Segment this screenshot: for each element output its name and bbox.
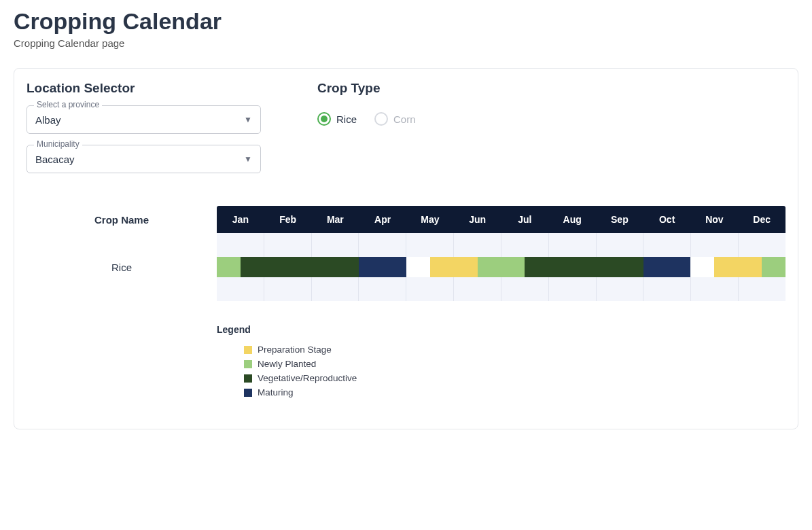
legend-item-prep: Preparation Stage xyxy=(244,344,785,355)
calendar-segment-planted xyxy=(478,257,525,277)
radio-label: Corn xyxy=(393,113,416,125)
month-header-cell: Apr xyxy=(359,206,406,233)
cropping-calendar-chart: Crop Name Rice JanFebMarAprMayJunJulAugS… xyxy=(27,206,785,301)
calendar-lane xyxy=(217,257,785,277)
month-header-cell: Nov xyxy=(691,206,739,233)
month-header-cell: Mar xyxy=(312,206,359,233)
legend-title: Legend xyxy=(217,324,785,335)
municipality-select[interactable]: Municipality Bacacay ▼ xyxy=(27,145,261,173)
crop-type-radio-corn: Corn xyxy=(374,112,416,126)
crop-type-heading: Crop Type xyxy=(317,81,785,96)
chevron-down-icon: ▼ xyxy=(244,115,252,124)
chevron-down-icon: ▼ xyxy=(244,154,252,164)
calendar-segment-planted xyxy=(762,257,785,277)
month-header-cell: Jan xyxy=(217,206,264,233)
calendar-segment-mature xyxy=(359,257,406,277)
page-subtitle: Cropping Calendar page xyxy=(14,37,798,49)
municipality-select-label: Municipality xyxy=(34,139,82,149)
municipality-select-value: Bacacay xyxy=(35,154,244,165)
calendar-segment-mature xyxy=(643,257,691,277)
province-select[interactable]: Select a province Albay ▼ xyxy=(27,105,261,134)
legend-label: Maturing xyxy=(258,387,294,398)
location-selector-heading: Location Selector xyxy=(27,81,285,96)
month-header-cell: May xyxy=(406,206,454,233)
month-header-cell: Jun xyxy=(454,206,501,233)
calendar-segment-prep xyxy=(714,257,762,277)
crop-name-column-header: Crop Name xyxy=(27,206,217,233)
province-select-value: Albay xyxy=(35,114,244,126)
month-header-cell: Oct xyxy=(643,206,691,233)
legend-label: Vegetative/Reproductive xyxy=(258,373,357,383)
calendar-segment-planted xyxy=(217,257,241,277)
month-header-cell: Jul xyxy=(501,206,549,233)
month-header-cell: Sep xyxy=(596,206,643,233)
calendar-segment-prep xyxy=(430,257,478,277)
province-select-label: Select a province xyxy=(34,100,102,109)
radio-icon xyxy=(374,112,388,126)
crop-type-radio-rice[interactable]: Rice xyxy=(317,112,357,126)
radio-label: Rice xyxy=(336,113,357,125)
main-card: Location Selector Select a province Alba… xyxy=(14,68,798,429)
legend-item-mature: Maturing xyxy=(244,387,785,398)
month-header-cell: Feb xyxy=(264,206,312,233)
legend-swatch-icon xyxy=(244,360,252,368)
radio-icon xyxy=(317,112,331,126)
legend-item-planted: Newly Planted xyxy=(244,359,785,369)
legend-swatch-icon xyxy=(244,374,252,383)
legend-swatch-icon xyxy=(244,346,252,354)
calendar-segment-veg xyxy=(525,257,643,277)
crop-row-name: Rice xyxy=(27,233,217,301)
legend-item-veg: Vegetative/Reproductive xyxy=(244,373,785,383)
legend-label: Preparation Stage xyxy=(258,344,332,355)
month-header-cell: Aug xyxy=(548,206,596,233)
legend-label: Newly Planted xyxy=(258,359,316,369)
page-title: Cropping Calendar xyxy=(14,8,798,35)
calendar-segment-veg xyxy=(241,257,359,277)
months-header: JanFebMarAprMayJunJulAugSepOctNovDec xyxy=(217,206,785,233)
legend-swatch-icon xyxy=(244,389,252,397)
month-header-cell: Dec xyxy=(738,206,785,233)
calendar-track xyxy=(217,233,785,301)
